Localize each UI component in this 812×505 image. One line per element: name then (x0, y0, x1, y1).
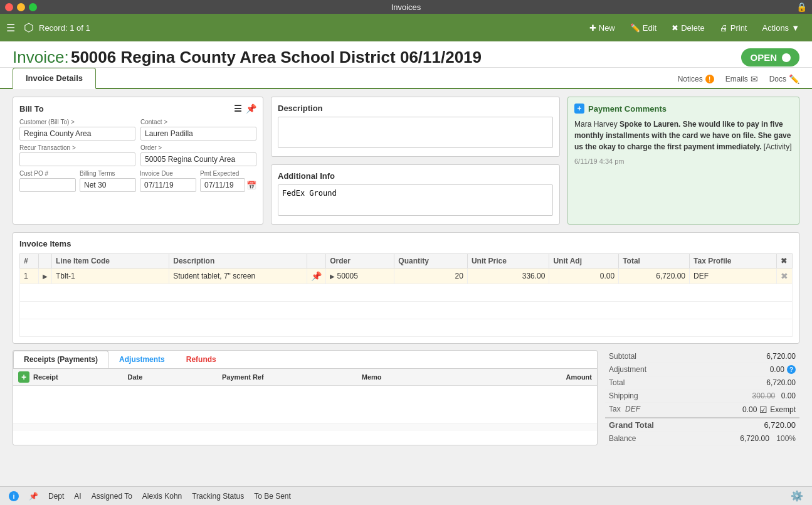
billing-terms-value[interactable]: Net 30 (80, 178, 136, 192)
tab-invoice-details[interactable]: Invoice Details (13, 68, 96, 89)
customer-label: Customer (Bill To) > (19, 119, 135, 125)
balance-percent: 100% (776, 434, 796, 443)
toolbar: ☰ ⬡ Record: 1 of 1 ✚ New ✏️ Edit ✖ Delet… (0, 14, 812, 41)
tax-label-area: Tax DEF (609, 405, 640, 415)
emails-action[interactable]: Emails ✉ (725, 74, 758, 84)
delete-button[interactable]: ✖ Delete (665, 19, 711, 36)
list-icon[interactable]: ☰ (234, 104, 242, 114)
shipping-row: Shipping 300.00 0.00 (605, 390, 799, 403)
nav-arrows[interactable]: ⬡ (24, 21, 34, 35)
invoice-title-area: Invoice: 50006 Regina County Area School… (13, 48, 482, 67)
payment-comment-date: 6/11/19 4:34 pm (574, 157, 793, 165)
status-badge: OPEN (741, 48, 799, 66)
row-unit-price[interactable]: 336.00 (467, 268, 549, 284)
mid-column: Description Additional Info FedEx Ground (271, 97, 560, 225)
notices-dot: ! (705, 75, 714, 83)
cust-po-value[interactable] (19, 178, 76, 192)
customer-contact-row: Customer (Bill To) > Regina County Area … (19, 119, 256, 141)
row-delete-icon[interactable]: ✖ (781, 271, 788, 281)
recur-value[interactable] (19, 152, 135, 166)
row-tax-profile[interactable]: DEF (690, 268, 777, 284)
shipping-value: 0.00 (781, 391, 796, 400)
toolbar-right: ✚ New ✏️ Edit ✖ Delete 🖨 Print Actions ▼ (583, 19, 806, 36)
tab-refunds[interactable]: Refunds (176, 351, 227, 368)
col-description: Description (169, 254, 307, 268)
docs-action[interactable]: Docs ✏️ (769, 74, 799, 84)
pmt-expected-row: 07/11/19 📅 (200, 178, 256, 192)
plus-icon[interactable]: + (574, 104, 584, 114)
invoice-items-section: Invoice Items # Line Item Code Descripti… (13, 232, 799, 344)
minimize-button[interactable] (17, 3, 25, 11)
calendar-icon[interactable]: 📅 (246, 181, 256, 190)
contact-value[interactable]: Lauren Padilla (140, 127, 256, 141)
col-quantity: Quantity (394, 254, 468, 268)
edit-button[interactable]: ✏️ Edit (624, 19, 663, 36)
expand-arrow-icon: ▶ (43, 273, 48, 280)
menu-icon[interactable]: ☰ (6, 22, 15, 34)
row-quantity[interactable]: 20 (394, 268, 468, 284)
close-button[interactable] (5, 3, 13, 11)
print-icon: 🖨 (720, 23, 728, 33)
items-table-header-row: # Line Item Code Description Order Quant… (20, 254, 793, 268)
row-expand[interactable]: ▶ (39, 268, 52, 284)
row-line-item-code[interactable]: Tblt-1 (52, 268, 169, 284)
contact-field: Contact > Lauren Padilla (140, 119, 256, 141)
exempt-checkbox[interactable]: ☑ (759, 405, 767, 415)
total-value: 6,720.00 (766, 378, 796, 387)
info-icon[interactable]: i (9, 491, 19, 501)
table-row-empty-2 (20, 302, 793, 319)
description-input[interactable] (278, 117, 553, 148)
payment-comment-text: Mara Harvey Spoke to Lauren. She would l… (574, 119, 793, 152)
invoice-due-value[interactable]: 07/11/19 (140, 178, 196, 192)
tab-receipts[interactable]: Receipts (Payments) (13, 351, 108, 368)
statusbar-pin-icon[interactable]: 📌 (29, 492, 38, 501)
col-unit-adj: Unit Adj (549, 254, 619, 268)
row-pin[interactable]: 📌 (307, 268, 326, 284)
grand-total-value: 6,720.00 (764, 420, 796, 430)
pmt-expected-field: Pmt Expected 07/11/19 📅 (200, 170, 256, 192)
shipping-label: Shipping (609, 391, 638, 400)
pmt-expected-value[interactable]: 07/11/19 (200, 178, 245, 192)
balance-row: Balance 6,720.00 100% (605, 432, 799, 445)
invoice-due-field: Invoice Due 07/11/19 (140, 170, 196, 192)
po-billing-row: Cust PO # Billing Terms Net 30 Invoice D… (19, 170, 256, 192)
status-dot (782, 53, 791, 62)
assigned-to-label: Assigned To (92, 492, 132, 501)
print-button[interactable]: 🖨 Print (714, 19, 754, 36)
col-order: Order (326, 254, 394, 268)
customer-value[interactable]: Regina County Area (19, 127, 135, 141)
col-unit-price: Unit Price (467, 254, 549, 268)
row-unit-adj[interactable]: 0.00 (549, 268, 619, 284)
row-delete[interactable]: ✖ (777, 268, 793, 284)
fullscreen-button[interactable] (29, 3, 37, 11)
actions-button[interactable]: Actions ▼ (756, 19, 806, 36)
adjustment-help-icon[interactable]: ? (787, 365, 796, 374)
pin-icon[interactable]: 📌 (246, 104, 256, 114)
tax-label: Tax (609, 405, 621, 413)
billing-terms-label: Billing Terms (80, 170, 136, 177)
new-button[interactable]: ✚ New (583, 19, 621, 36)
payments-content (13, 386, 597, 423)
description-header: Description (278, 104, 553, 113)
table-row-empty-3 (20, 319, 793, 337)
balance-label: Balance (609, 434, 636, 443)
email-icon: ✉ (751, 74, 758, 84)
shipping-strikethrough: 300.00 (752, 391, 776, 400)
comment-author: Mara Harvey (574, 120, 620, 129)
table-row[interactable]: 1 ▶ Tblt-1 Student tablet, 7" screen 📌 ▶… (20, 268, 793, 284)
new-icon: ✚ (589, 23, 596, 33)
order-value[interactable]: 50005 Regina County Area (140, 152, 256, 166)
tax-row: Tax DEF 0.00 ☑ Exempt (605, 403, 799, 417)
status-bar: i 📌 Dept AI Assigned To Alexis Kohn Trac… (0, 486, 812, 505)
row-description[interactable]: Student tablet, 7" screen (169, 268, 307, 284)
tab-adjustments[interactable]: Adjustments (108, 351, 176, 368)
notices-action[interactable]: Notices ! (678, 75, 714, 83)
gear-icon[interactable]: ⚙️ (791, 490, 803, 502)
additional-info-input[interactable]: FedEx Ground (278, 184, 553, 216)
customer-field: Customer (Bill To) > Regina County Area (19, 119, 135, 141)
col-payment-ref-header: Payment Ref (222, 373, 358, 381)
bill-to-header: Bill To ☰ 📌 (19, 104, 256, 114)
assigned-to-value: Alexis Kohn (142, 492, 182, 501)
add-receipt-button[interactable]: + (18, 371, 29, 383)
billing-terms-field: Billing Terms Net 30 (80, 170, 136, 192)
